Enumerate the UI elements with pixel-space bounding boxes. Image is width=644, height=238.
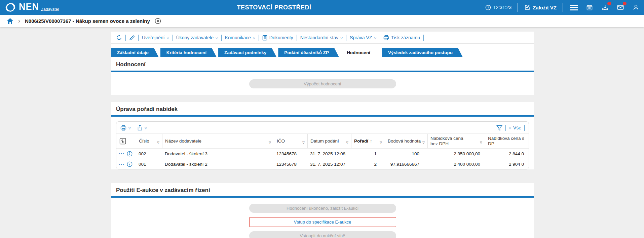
eauction-section-title: Použití E-aukce v zadávacím řízení xyxy=(111,183,534,196)
enter-eauction-spec-button[interactable]: Vstup do specifikace E-aukce xyxy=(249,217,396,227)
chevron-down-icon: ▽ xyxy=(145,126,147,130)
breadcrumb-chevron-icon: › xyxy=(18,18,20,24)
column-header-cena-bez-dph[interactable]: Nabídková cena bez DPH ▽ xyxy=(427,134,485,148)
record-tabs: Základní údaje Kritéria hodnocení Zadáva… xyxy=(111,48,534,57)
cell-cislo: 002 xyxy=(136,149,162,159)
chevron-down-icon: ▽ xyxy=(216,36,218,40)
column-settings-icon xyxy=(119,137,126,145)
column-header-bodova-hodnota[interactable]: Bodová hodnota ▽ xyxy=(385,134,427,148)
cell-ico: 12345678 xyxy=(274,149,307,159)
app-header: NEN Zadavatel TESTOVACÍ PROSTŘEDÍ 12:31:… xyxy=(0,0,644,15)
nen-logo[interactable]: NEN Zadavatel xyxy=(5,2,59,13)
column-filter-icon: ▽ xyxy=(346,141,348,144)
toolbar-item-uverejneni[interactable]: Uveřejnění ▽ xyxy=(142,35,169,40)
brand-name: NEN xyxy=(19,2,39,12)
tab-kriteria-hodnoceni[interactable]: Kritéria hodnocení xyxy=(160,48,217,57)
tab-zadavaci-podminky[interactable]: Zadávací podmínky xyxy=(218,48,276,57)
header-divider xyxy=(563,3,563,12)
chevron-down-icon: ▽ xyxy=(340,36,343,40)
tab-hodnoceni[interactable]: Hodnocení xyxy=(341,48,380,57)
main-menu-button[interactable] xyxy=(569,3,579,12)
column-header-nazev[interactable]: Název dodavatele ▽ xyxy=(162,134,274,148)
toolbar-item-dokumenty[interactable]: Dokumenty xyxy=(262,35,293,41)
cell-datum: 31. 7. 2025 12:07 xyxy=(307,159,351,169)
toolbar-item-nestandardni-stav[interactable]: Nestandardní stav ▽ xyxy=(300,35,343,40)
user-icon xyxy=(633,4,639,11)
toolbar-item-sprava-vz[interactable]: Správa VZ ▽ xyxy=(350,35,376,40)
grid-export-button[interactable]: ▽ xyxy=(137,125,147,131)
column-header-datum[interactable]: Datum podání ▽ xyxy=(307,134,351,148)
messages-badge xyxy=(623,2,627,5)
record-breadcrumb-title: N006/25/V00007367 - Nákup semen ovoce a … xyxy=(25,18,150,24)
table-row[interactable]: ••• 002 Dodavatel - školení 3 12345678 3… xyxy=(116,148,529,159)
offers-grid: ▽ ▽ xyxy=(116,121,529,169)
tab-zakladni-udaje[interactable]: Základní údaje xyxy=(111,48,159,57)
filter-icon[interactable] xyxy=(496,125,502,131)
cell-nazev: Dodavatel - školení 2 xyxy=(162,159,274,169)
toolbar-item-tisk-zaznamu[interactable]: Tisk záznamu xyxy=(383,35,420,40)
row-actions-icon[interactable]: ••• xyxy=(119,152,125,156)
cell-cena-bez-dph: 2 350 000,00 xyxy=(427,149,485,159)
cell-cena-bez-dph: 2 400 000,00 xyxy=(427,159,485,169)
column-filter-icon: ▽ xyxy=(157,141,159,144)
column-filter-icon: ▽ xyxy=(269,141,271,144)
column-filter-icon: ▽ xyxy=(422,141,425,144)
record-toolbar: Uveřejnění ▽ Úkony zadavatele ▽ Komunika… xyxy=(111,32,534,43)
home-icon[interactable] xyxy=(7,18,13,24)
cell-poradi: 1 xyxy=(351,149,385,159)
order-section-title: Úprava pořadí nabídek xyxy=(111,102,534,115)
column-header-cena-s-dph[interactable]: Nabídková cena s DP xyxy=(485,134,529,148)
clock-time: 12:31:23 xyxy=(493,5,512,10)
column-header-ico[interactable]: IČO ▽ xyxy=(274,134,307,148)
cell-bodova-hodnota: 97,916666667 xyxy=(385,159,427,169)
column-filter-icon: ▽ xyxy=(302,141,305,144)
cell-cena-s-dph: 2 904 0 xyxy=(485,159,529,169)
enter-auction-hall-button[interactable]: Vstoupit do aukční síně xyxy=(249,231,396,238)
create-vz-button[interactable]: Založit VZ xyxy=(524,4,557,10)
chevron-down-icon: ▽ xyxy=(167,36,169,40)
calc-evaluation-button[interactable]: Výpočet hodnocení xyxy=(249,79,396,88)
grid-toolbar: ▽ ▽ xyxy=(116,122,529,133)
cell-ico: 12345678 xyxy=(274,159,307,169)
cell-poradi: 2 xyxy=(351,159,385,169)
environment-title: TESTOVACÍ PROSTŘEDÍ xyxy=(237,0,311,15)
eauction-panel: Použití E-aukce v zadávacím řízení Hodno… xyxy=(111,183,534,238)
refresh-button[interactable] xyxy=(116,35,122,41)
toolbar-item-komunikace[interactable]: Komunikace ▽ xyxy=(225,35,255,40)
cell-cena-s-dph: 2 844 0 xyxy=(485,149,529,159)
cell-nazev: Dodavatel - školení 3 xyxy=(162,149,274,159)
order-panel: Úprava pořadí nabídek ▽ xyxy=(111,102,534,169)
chevron-down-icon: ▽ xyxy=(509,126,511,130)
column-filter-icon: ▽ xyxy=(380,141,382,144)
tab-podani-ucastniku-zp[interactable]: Podání účastníků ZP xyxy=(278,48,339,57)
row-actions-icon[interactable]: ••• xyxy=(119,162,125,166)
toolbar-item-ukony-zadavatele[interactable]: Úkony zadavatele ▽ xyxy=(176,35,218,40)
finish-evaluation-button[interactable]: Hodnocení ukončeno, založit E-aukci xyxy=(249,204,396,213)
table-row[interactable]: ••• 001 Dodavatel - školení 2 12345678 3… xyxy=(116,159,529,169)
messages-button[interactable] xyxy=(616,3,625,12)
inbox-button[interactable] xyxy=(600,3,610,12)
user-button[interactable] xyxy=(631,3,641,12)
close-record-icon[interactable] xyxy=(155,18,161,24)
inbox-badge xyxy=(607,2,611,5)
calendar-icon xyxy=(586,4,593,11)
chevron-down-icon: ▽ xyxy=(374,36,376,40)
tab-vysledek-zadavaciho-postupu[interactable]: Výsledek zadávacího postupu xyxy=(382,48,463,57)
edit-record-button[interactable] xyxy=(129,35,135,41)
hamburger-icon xyxy=(570,5,578,10)
column-header-cislo[interactable]: Číslo ▽ xyxy=(136,134,162,148)
document-icon xyxy=(262,35,267,41)
column-header-poradi[interactable]: Pořadí ↑ ▽ xyxy=(351,134,385,148)
session-clock: 12:31:23 xyxy=(485,5,512,10)
column-filter-icon: ▽ xyxy=(480,141,482,144)
column-settings-cell[interactable] xyxy=(116,134,136,148)
row-info-icon[interactable] xyxy=(127,161,132,167)
header-divider xyxy=(518,3,518,12)
grid-print-button[interactable]: ▽ xyxy=(120,125,131,131)
inbox-download-icon xyxy=(602,4,609,11)
calendar-button[interactable] xyxy=(585,3,594,12)
cell-bodova-hodnota: 100 xyxy=(385,149,427,159)
row-info-icon[interactable] xyxy=(127,151,132,157)
grid-view-select[interactable]: ▽ Vše xyxy=(509,125,521,130)
breadcrumb: › N006/25/V00007367 - Nákup semen ovoce … xyxy=(0,15,644,27)
